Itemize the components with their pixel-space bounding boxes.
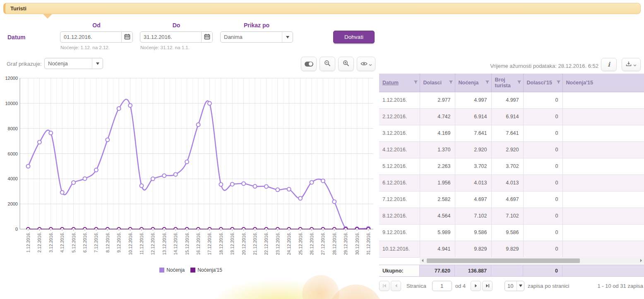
- table-cell: 1.12.2016.: [379, 92, 420, 108]
- legend-swatch-icon: [190, 268, 195, 273]
- calendar-icon: [124, 33, 130, 41]
- filter-icon[interactable]: [449, 80, 453, 86]
- date-from-input[interactable]: [60, 34, 121, 40]
- column-header-3[interactable]: Broj turista: [491, 74, 523, 92]
- first-page-button[interactable]: [379, 281, 389, 291]
- scroll-right-icon[interactable]: [638, 257, 644, 264]
- legend-label: Noćenja'15: [197, 267, 222, 273]
- horizontal-scrollbar[interactable]: [420, 257, 644, 264]
- do-column-header: Do: [140, 22, 213, 29]
- legend-swatch-icon: [159, 268, 164, 273]
- table-row[interactable]: 8.12.2016.4.5647.1027.1020: [379, 208, 644, 224]
- prikaz-po-select[interactable]: Danima: [220, 31, 293, 43]
- datum-label: Datum: [7, 34, 26, 41]
- export-button[interactable]: [622, 58, 641, 71]
- scrollbar-thumb[interactable]: [427, 258, 580, 263]
- date-to-field: [140, 31, 213, 43]
- table-cell: [562, 241, 644, 257]
- do-hint: Noćenje: 31.12. na 1.1.: [140, 45, 190, 50]
- table-row[interactable]: 4.12.2016.1.3702.9202.9200: [379, 141, 644, 158]
- table-cell: 1.956: [420, 175, 455, 191]
- last-page-button[interactable]: [482, 281, 493, 291]
- next-page-button[interactable]: [471, 281, 481, 291]
- svg-text:7.12.2016.: 7.12.2016.: [94, 232, 99, 253]
- scrollbar-track[interactable]: [425, 257, 638, 264]
- svg-text:1.12.2016.: 1.12.2016.: [26, 232, 31, 253]
- download-icon: [626, 61, 632, 68]
- svg-text:13.12.2016.: 13.12.2016.: [162, 232, 167, 255]
- table-cell: 4.742: [420, 108, 455, 125]
- column-header-4[interactable]: Dolasci'15: [523, 74, 562, 92]
- chart-toggle-button[interactable]: [301, 57, 317, 71]
- table-row[interactable]: 3.12.2016.4.1697.6417.6410: [379, 125, 644, 141]
- table-row[interactable]: 7.12.2016.2.5824.6974.6970: [379, 191, 644, 208]
- turisti-tab[interactable]: Turisti: [3, 3, 641, 14]
- dohvati-button[interactable]: Dohvati: [333, 31, 375, 43]
- zoom-in-button[interactable]: [338, 57, 354, 71]
- date-to-input[interactable]: [140, 34, 201, 40]
- calendar-icon: [204, 33, 210, 41]
- table-row[interactable]: 1.12.2016.2.9774.9974.9970: [379, 92, 644, 108]
- graf-prikazuje-label: Graf prikazuje:: [7, 61, 42, 67]
- page-size-select[interactable]: 10: [505, 281, 524, 291]
- table-cell: 8.12.2016.: [379, 208, 420, 224]
- svg-text:8000: 8000: [8, 126, 18, 131]
- table-cell: 2.582: [420, 191, 455, 208]
- table-row[interactable]: 5.12.2016.2.2633.7023.7020: [379, 158, 644, 175]
- table-cell: 7.641: [455, 125, 491, 141]
- svg-text:2.12.2016.: 2.12.2016.: [37, 232, 42, 253]
- column-header-1[interactable]: Dolasci: [420, 74, 455, 92]
- legend-item[interactable]: Noćenja: [159, 267, 185, 273]
- prikaz-po-value: Danima: [221, 34, 282, 40]
- legend-item[interactable]: Noćenja'15: [190, 267, 222, 273]
- series-visibility-button[interactable]: [357, 57, 375, 71]
- svg-text:25.12.2016.: 25.12.2016.: [298, 232, 303, 255]
- prev-page-button[interactable]: [391, 281, 401, 291]
- chart[interactable]: 0200040006000800010000120001.12.2016.2.1…: [4, 75, 377, 279]
- svg-text:11.12.2016.: 11.12.2016.: [139, 232, 144, 255]
- table-cell: 4.169: [420, 125, 455, 141]
- table-cell: 7.12.2016.: [379, 191, 420, 208]
- table-cell: 4.697: [455, 191, 491, 208]
- table-cell: [562, 175, 644, 191]
- table-row[interactable]: 9.12.2016.5.9899.5869.5860: [379, 224, 644, 241]
- filter-icon[interactable]: [413, 80, 418, 86]
- totals-dolasci15: 0: [523, 265, 562, 276]
- svg-text:12000: 12000: [5, 76, 18, 81]
- table-cell: 4.013: [491, 175, 523, 191]
- table-row[interactable]: 10.12.2016.4.9419.8299.8290: [379, 241, 644, 257]
- table-row[interactable]: 6.12.2016.1.9564.0134.0130: [379, 175, 644, 191]
- svg-text:19.12.2016.: 19.12.2016.: [230, 232, 235, 255]
- table-cell: 6.914: [491, 108, 523, 125]
- table-cell: 0: [523, 208, 562, 224]
- column-header-0[interactable]: Datum: [379, 74, 420, 92]
- table-cell: 9.829: [491, 241, 523, 257]
- table-cell: 4.12.2016.: [379, 141, 420, 158]
- filter-icon[interactable]: [517, 80, 521, 86]
- table-row[interactable]: 2.12.2016.4.7426.9146.9140: [379, 108, 644, 125]
- info-icon: i: [608, 61, 610, 68]
- column-header-5[interactable]: Noćenja'15: [562, 74, 644, 92]
- svg-text:23.12.2016.: 23.12.2016.: [275, 232, 280, 255]
- table-cell: 2.977: [420, 92, 455, 108]
- table-cell: 1.370: [420, 141, 455, 158]
- page-number-input[interactable]: [432, 281, 452, 291]
- date-from-calendar-button[interactable]: [121, 31, 132, 43]
- table-cell: [562, 158, 644, 175]
- table-cell: [562, 191, 644, 208]
- svg-text:10.12.2016.: 10.12.2016.: [128, 232, 133, 255]
- table-cell: 2.920: [491, 141, 523, 158]
- date-to-calendar-button[interactable]: [201, 31, 212, 43]
- filter-icon[interactable]: [556, 80, 561, 86]
- filter-icon[interactable]: [485, 80, 490, 86]
- column-header-2[interactable]: Noćenja: [455, 74, 491, 92]
- chart-toolbar: [301, 57, 375, 71]
- zoom-out-button[interactable]: [320, 57, 335, 71]
- table-cell: 9.829: [455, 241, 491, 257]
- info-button[interactable]: i: [601, 58, 617, 71]
- graf-prikazuje-select[interactable]: Noćenja: [44, 58, 103, 69]
- svg-text:20.12.2016.: 20.12.2016.: [241, 232, 246, 255]
- line-chart-canvas[interactable]: 0200040006000800010000120001.12.2016.2.1…: [4, 75, 377, 266]
- scroll-left-icon[interactable]: [420, 257, 425, 264]
- svg-text:10000: 10000: [5, 101, 18, 106]
